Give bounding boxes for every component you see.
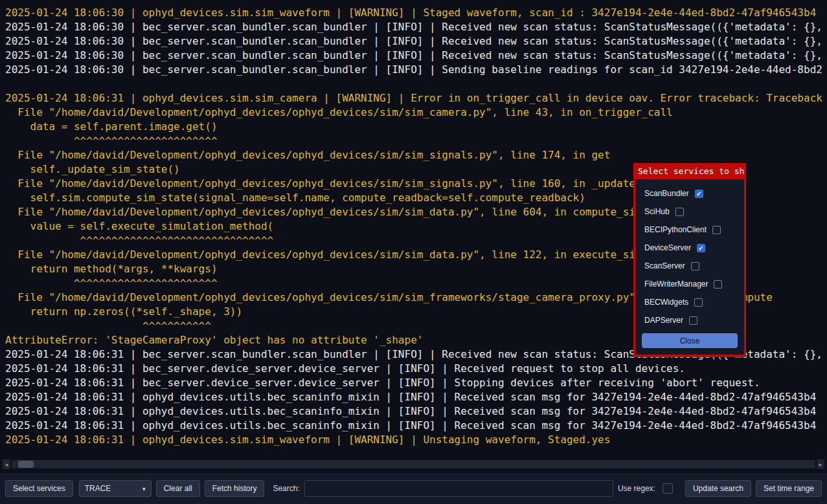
log-line: 2025-01-24 18:06:31 | bec_server.device_… xyxy=(5,362,827,376)
bottom-toolbar: Select services TRACE ▾ Clear all Fetch … xyxy=(0,473,827,504)
search-input[interactable] xyxy=(304,480,613,497)
service-row: SciHub xyxy=(635,203,744,221)
log-line: data = self.parent.image.get() xyxy=(5,120,827,134)
clear-all-button[interactable]: Clear all xyxy=(156,480,200,497)
log-line: 2025-01-24 18:06:30 | ophyd_devices.sim.… xyxy=(5,6,827,20)
scrollbar-handle[interactable] xyxy=(18,461,34,468)
log-line: 2025-01-24 18:06:31 | ophyd_devices.util… xyxy=(5,419,827,433)
log-line: 2025-01-24 18:06:30 | bec_server.scan_bu… xyxy=(5,20,827,34)
log-line: 2025-01-24 18:06:30 | bec_server.scan_bu… xyxy=(5,34,827,49)
horizontal-scrollbar[interactable]: ◂ ▸ xyxy=(3,459,824,469)
service-label: BECWidgets xyxy=(644,298,688,307)
service-checkbox[interactable] xyxy=(714,280,722,289)
service-checkbox[interactable] xyxy=(694,298,703,307)
close-button[interactable]: Close xyxy=(642,333,738,348)
service-label: FileWriterManager xyxy=(644,279,708,289)
service-label: DAPServer xyxy=(644,316,683,325)
log-line xyxy=(5,77,827,91)
log-line: 2025-01-24 18:06:31 | ophyd_devices.sim.… xyxy=(5,91,827,105)
chevron-down-icon: ▾ xyxy=(142,485,146,492)
service-label: ScanBundler xyxy=(644,189,689,198)
log-line: 2025-01-24 18:06:31 | ophyd_devices.util… xyxy=(5,404,827,419)
log-line: File "/home/david/Development/ophyd_devi… xyxy=(5,105,827,120)
service-checkbox[interactable] xyxy=(675,208,684,216)
services-list: ScanBundler✓SciHubBECIPythonClientDevice… xyxy=(635,179,744,355)
scrollbar-right-arrow-icon[interactable]: ▸ xyxy=(817,459,824,469)
service-checkbox[interactable] xyxy=(689,316,697,325)
service-label: BECIPythonClient xyxy=(644,225,707,234)
log-line: 2025-01-24 18:06:31 | bec_server.device_… xyxy=(5,376,827,390)
service-row: DAPServer xyxy=(635,311,744,329)
log-line: 2025-01-24 18:06:30 | bec_server.scan_bu… xyxy=(5,63,827,77)
service-label: SciHub xyxy=(644,207,670,216)
scrollbar-left-arrow-icon[interactable]: ◂ xyxy=(3,459,10,469)
service-row: DeviceServer✓ xyxy=(635,239,744,257)
service-label: ScanServer xyxy=(644,261,685,270)
log-line: 2025-01-24 18:06:31 | ophyd_devices.util… xyxy=(5,390,827,404)
use-regex-checkbox[interactable] xyxy=(663,483,673,494)
search-label: Search: xyxy=(273,484,299,493)
log-line: File "/home/david/Development/ophyd_devi… xyxy=(5,148,827,162)
select-services-dialog: Select services to sh ScanBundler✓SciHub… xyxy=(633,163,746,357)
service-row: ScanBundler✓ xyxy=(635,184,744,203)
fetch-history-button[interactable]: Fetch history xyxy=(205,480,265,497)
update-search-button[interactable]: Update search xyxy=(685,480,751,497)
set-time-range-button[interactable]: Set time range xyxy=(756,480,822,497)
scrollbar-track[interactable] xyxy=(12,460,815,468)
log-level-value: TRACE xyxy=(85,484,111,493)
service-row: ScanServer xyxy=(635,257,744,275)
log-line: 2025-01-24 18:06:31 | ophyd_devices.sim.… xyxy=(5,433,827,447)
log-level-dropdown[interactable]: TRACE ▾ xyxy=(79,480,152,497)
dialog-title: Select services to sh xyxy=(635,163,744,179)
use-regex-label: Use regex: xyxy=(618,484,655,493)
service-row: BECWidgets xyxy=(635,293,744,311)
log-line: ^^^^^^^^^^^^^^^^^^^^^^^ xyxy=(5,134,827,148)
service-row: BECIPythonClient xyxy=(635,221,744,239)
service-checkbox-checked[interactable]: ✓ xyxy=(695,190,703,198)
log-line: 2025-01-24 18:06:30 | bec_server.scan_bu… xyxy=(5,49,827,63)
service-label: DeviceServer xyxy=(644,243,691,252)
select-services-button[interactable]: Select services xyxy=(5,480,73,497)
service-row: FileWriterManager xyxy=(635,275,744,293)
service-checkbox[interactable] xyxy=(712,226,721,234)
service-checkbox[interactable] xyxy=(691,262,699,270)
service-checkbox-checked[interactable]: ✓ xyxy=(697,244,705,252)
